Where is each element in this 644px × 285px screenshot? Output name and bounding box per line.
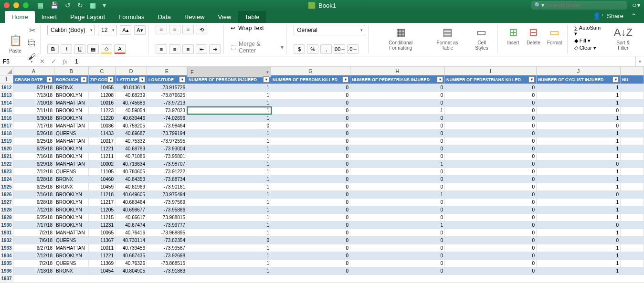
row-header[interactable]: 1936 (0, 267, 13, 274)
tab-review[interactable]: Review (178, 11, 211, 23)
cell[interactable]: 40.66617 (116, 214, 147, 221)
row-header[interactable]: 1923 (0, 168, 13, 175)
cell[interactable]: 11218 (89, 191, 116, 198)
filter-icon[interactable]: ▾ (81, 76, 87, 83)
cell[interactable]: -73.95801 (147, 153, 187, 160)
cell[interactable]: 1 (537, 130, 621, 137)
cell[interactable]: 7/12/18 (13, 252, 54, 259)
cell[interactable]: 0 (350, 237, 445, 244)
table-header[interactable]: ZIP CODE▾ (89, 75, 116, 84)
cell[interactable]: 1 (187, 260, 271, 267)
search-sheet-box[interactable]: 🔍▾ (531, 1, 627, 10)
cell[interactable]: 6/25/18 (13, 183, 54, 190)
cell[interactable]: BROOKLYN (54, 107, 89, 114)
cell[interactable]: 0 (271, 199, 350, 206)
cell[interactable]: 1 (350, 160, 445, 168)
cell[interactable]: 1 (537, 206, 621, 213)
cell[interactable]: 0 (350, 137, 445, 145)
close-window-button[interactable] (4, 2, 10, 8)
cell[interactable]: 0 (271, 191, 350, 198)
cut-icon[interactable]: ✂ (27, 25, 37, 35)
cell[interactable]: 0 (445, 107, 537, 114)
cell[interactable]: 40.84353 (116, 176, 147, 183)
table-header[interactable]: NUMBER OF PERSONS KILLED▾ (271, 75, 350, 84)
cell[interactable]: 11433 (89, 130, 116, 137)
cancel-formula-icon[interactable]: ✕ (36, 56, 48, 66)
filter-icon[interactable]: ▾ (437, 76, 443, 83)
filter-icon[interactable]: ▾ (107, 76, 114, 83)
cell[interactable]: -73.92698 (147, 252, 187, 259)
clear-button[interactable]: ◇ Clear ▾ (574, 45, 604, 51)
cell[interactable]: 1 (537, 168, 621, 175)
row-header[interactable]: 1913 (0, 92, 13, 99)
cell[interactable]: 1 (537, 183, 621, 190)
cell[interactable]: 40.639446 (116, 115, 147, 122)
cell[interactable]: -73.97213 (147, 99, 187, 106)
cell[interactable]: BROOKLYN (54, 92, 89, 99)
tab-table[interactable]: Table (238, 11, 266, 23)
comma-icon[interactable]: , (320, 44, 332, 54)
cell[interactable]: 6/25/18 (13, 145, 54, 152)
cell[interactable]: 7/12/18 (13, 168, 54, 175)
name-box[interactable]: F5▾ (0, 56, 36, 66)
cell[interactable]: BRONX (54, 267, 89, 274)
col-header-C[interactable]: C (89, 67, 116, 75)
cell[interactable]: 1 (187, 99, 271, 106)
cell[interactable]: 1 (537, 176, 621, 183)
cell[interactable]: 1 (187, 92, 271, 99)
minimize-window-button[interactable] (13, 2, 19, 8)
cell[interactable]: 6/27/18 (13, 244, 54, 252)
cell[interactable]: 0 (537, 107, 621, 114)
row-header[interactable]: 1931 (0, 229, 13, 236)
row-header[interactable]: 1926 (0, 191, 13, 198)
cell[interactable]: 0 (445, 222, 537, 229)
cell[interactable]: 10459 (89, 183, 116, 190)
cell[interactable]: -73.99587 (147, 244, 187, 252)
cell[interactable]: 1 (537, 260, 621, 267)
cell-styles-button[interactable]: ▭Cell Styles (469, 25, 495, 52)
wrap-text-button[interactable]: ↩ Wrap Text (231, 25, 284, 32)
cell[interactable]: 1 (537, 199, 621, 206)
cell[interactable]: 1 (187, 252, 271, 259)
cell[interactable]: -73.972595 (147, 137, 187, 145)
cell[interactable]: 40.67474 (116, 222, 147, 229)
cell[interactable]: 1 (187, 183, 271, 190)
cell[interactable]: 0 (445, 267, 537, 274)
currency-icon[interactable]: $ (294, 44, 305, 54)
cell[interactable] (621, 92, 644, 99)
cell[interactable]: MANHATTAN (54, 244, 89, 252)
cell[interactable]: BROOKLYN (54, 191, 89, 198)
cell[interactable]: 40.687435 (116, 252, 147, 259)
number-format-select[interactable]: General (294, 25, 365, 35)
filter-icon[interactable]: ▾ (342, 76, 348, 83)
col-header-G[interactable]: G (271, 67, 350, 75)
tab-insert[interactable]: Insert (35, 11, 64, 23)
cell[interactable]: 1 (350, 222, 445, 229)
cell[interactable]: 0 (271, 153, 350, 160)
cell[interactable]: 11105 (89, 168, 116, 175)
cell[interactable]: 0 (271, 99, 350, 106)
cell[interactable]: 1 (187, 107, 271, 114)
cell[interactable]: 0 (271, 160, 350, 168)
cell[interactable]: 10454 (89, 267, 116, 274)
table-header[interactable]: LONGITUDE▾ (147, 75, 187, 84)
cell[interactable]: 6/30/18 (13, 115, 54, 122)
cell[interactable]: 1 (537, 153, 621, 160)
cell[interactable]: 1 (537, 244, 621, 252)
cell[interactable]: -73.98464 (147, 122, 187, 129)
format-as-table-button[interactable]: ▤Format as Table (429, 25, 466, 52)
row-header[interactable]: 1912 (0, 84, 13, 91)
cell[interactable]: 0 (271, 84, 350, 91)
cell[interactable]: 11231 (89, 222, 116, 229)
cell[interactable]: 40.780605 (116, 168, 147, 175)
cell[interactable]: MANHATTAN (54, 229, 89, 236)
cell[interactable]: BROOKLYN (54, 206, 89, 213)
cell[interactable]: MANHATTAN (54, 99, 89, 106)
cell[interactable]: 11205 (89, 206, 116, 213)
cell[interactable] (621, 176, 644, 183)
cell[interactable]: 40.739456 (116, 244, 147, 252)
cell[interactable] (621, 244, 644, 252)
cell[interactable]: 40.71086 (116, 153, 147, 160)
cell[interactable]: -73.988815 (147, 214, 187, 221)
cell[interactable]: 0 (445, 92, 537, 99)
